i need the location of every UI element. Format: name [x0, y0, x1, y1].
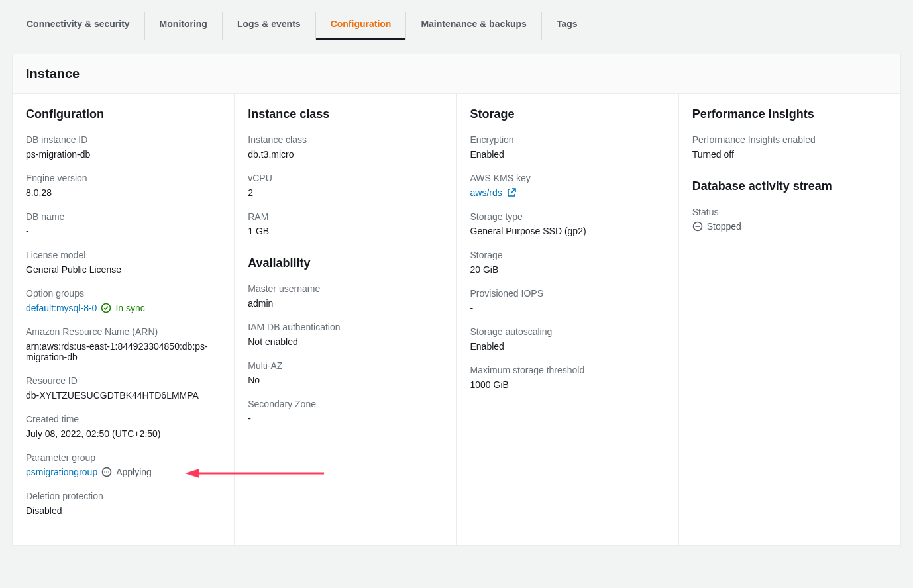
stopped-icon	[692, 221, 703, 232]
value-activity-status: Stopped	[707, 221, 741, 232]
svg-marker-6	[185, 469, 199, 478]
check-circle-icon	[101, 303, 111, 313]
tab-monitoring[interactable]: Monitoring	[144, 12, 222, 40]
value-max-storage-threshold: 1000 GiB	[470, 379, 665, 390]
label-pi-enabled: Performance Insights enabled	[692, 134, 887, 145]
value-secondary-zone: -	[248, 413, 443, 424]
external-link-icon	[506, 187, 517, 198]
status-option-group: In sync	[115, 303, 144, 313]
tab-tags[interactable]: Tags	[541, 12, 592, 40]
status-parameter-group: Applying	[116, 467, 152, 477]
label-option-groups: Option groups	[26, 288, 221, 299]
value-instance-class: db.t3.micro	[248, 149, 443, 160]
column-performance: Performance Insights Performance Insight…	[678, 94, 900, 545]
column-instance-class: Instance class Instance class db.t3.micr…	[234, 94, 456, 545]
label-license-model: License model	[26, 250, 221, 260]
value-ram: 1 GB	[248, 226, 443, 236]
column-storage: Storage Encryption Enabled AWS KMS key a…	[456, 94, 678, 545]
label-db-instance-id: DB instance ID	[26, 134, 221, 145]
svg-point-4	[108, 471, 109, 473]
instance-panel: Instance Configuration DB instance ID ps…	[12, 54, 901, 546]
label-max-storage-threshold: Maximum storage threshold	[470, 365, 665, 375]
label-provisioned-iops: Provisioned IOPS	[470, 288, 665, 299]
section-title-instance-class: Instance class	[248, 107, 443, 121]
label-encryption: Encryption	[470, 134, 665, 145]
pending-icon	[101, 467, 112, 477]
section-title-storage: Storage	[470, 107, 665, 121]
label-iam-db-auth: IAM DB authentication	[248, 322, 443, 332]
section-title-activity-stream: Database activity stream	[692, 179, 887, 193]
svg-point-2	[104, 471, 105, 473]
label-engine-version: Engine version	[26, 173, 221, 183]
label-secondary-zone: Secondary Zone	[248, 399, 443, 409]
svg-point-3	[106, 471, 107, 473]
label-activity-status: Status	[692, 207, 887, 217]
value-storage: 20 GiB	[470, 264, 665, 275]
tabs-bar: Connectivity & security Monitoring Logs …	[12, 12, 901, 40]
value-db-name: -	[26, 226, 221, 236]
label-vcpu: vCPU	[248, 173, 443, 183]
value-vcpu: 2	[248, 187, 443, 198]
value-iam-db-auth: Not enabled	[248, 336, 443, 347]
label-master-username: Master username	[248, 283, 443, 294]
tab-connectivity-security[interactable]: Connectivity & security	[12, 12, 144, 40]
value-created-time: July 08, 2022, 02:50 (UTC+2:50)	[26, 428, 221, 439]
label-storage-type: Storage type	[470, 211, 665, 222]
label-multi-az: Multi-AZ	[248, 360, 443, 371]
link-kms-key[interactable]: aws/rds	[470, 187, 502, 198]
value-encryption: Enabled	[470, 149, 665, 160]
label-parameter-group: Parameter group	[26, 452, 221, 463]
label-ram: RAM	[248, 211, 443, 222]
label-created-time: Created time	[26, 414, 221, 424]
value-license-model: General Public License	[26, 264, 221, 275]
section-title-performance-insights: Performance Insights	[692, 107, 887, 121]
value-pi-enabled: Turned off	[692, 149, 887, 160]
value-storage-autoscaling: Enabled	[470, 341, 665, 352]
tab-logs-events[interactable]: Logs & events	[222, 12, 315, 40]
tab-configuration[interactable]: Configuration	[315, 12, 406, 40]
label-storage-autoscaling: Storage autoscaling	[470, 326, 665, 337]
value-resource-id: db-XYLTZUESUCGDTBK44HTD6LMMPA	[26, 390, 221, 401]
value-deletion-protection: Disabled	[26, 505, 221, 516]
panel-title: Instance	[13, 54, 900, 94]
label-resource-id: Resource ID	[26, 375, 221, 386]
link-parameter-group[interactable]: psmigrationgroup	[26, 467, 97, 477]
label-instance-class: Instance class	[248, 134, 443, 145]
label-kms-key: AWS KMS key	[470, 173, 665, 183]
label-storage: Storage	[470, 250, 665, 260]
value-arn: arn:aws:rds:us-east-1:844923304850:db:ps…	[26, 341, 221, 362]
label-deletion-protection: Deletion protection	[26, 491, 221, 501]
link-option-group[interactable]: default:mysql-8-0	[26, 303, 97, 313]
value-db-instance-id: ps-migration-db	[26, 149, 221, 160]
value-provisioned-iops: -	[470, 303, 665, 313]
tab-maintenance-backups[interactable]: Maintenance & backups	[405, 12, 541, 40]
section-title-availability: Availability	[248, 256, 443, 270]
value-master-username: admin	[248, 298, 443, 309]
value-engine-version: 8.0.28	[26, 187, 221, 198]
section-title-configuration: Configuration	[26, 107, 221, 121]
value-storage-type: General Purpose SSD (gp2)	[470, 226, 665, 236]
value-multi-az: No	[248, 375, 443, 385]
column-configuration: Configuration DB instance ID ps-migratio…	[13, 94, 234, 545]
label-db-name: DB name	[26, 211, 221, 222]
label-arn: Amazon Resource Name (ARN)	[26, 326, 221, 337]
